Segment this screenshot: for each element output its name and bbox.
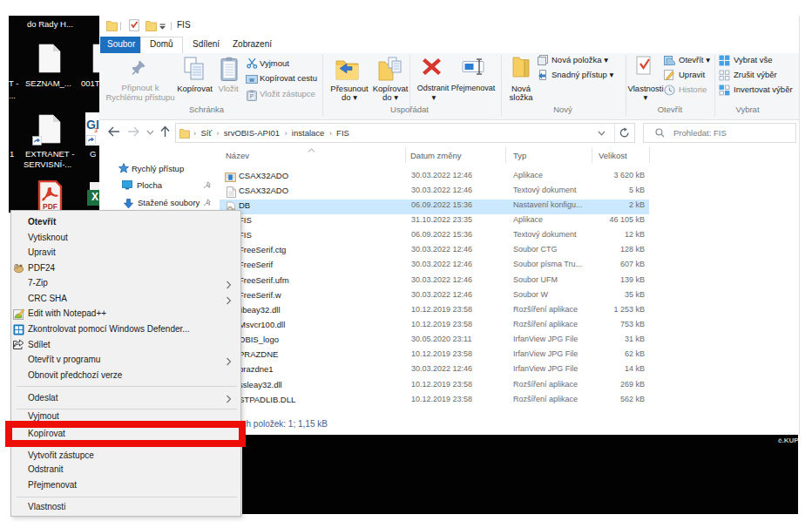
svg-text:P: P	[250, 93, 254, 99]
svg-text:w: w	[248, 77, 254, 83]
